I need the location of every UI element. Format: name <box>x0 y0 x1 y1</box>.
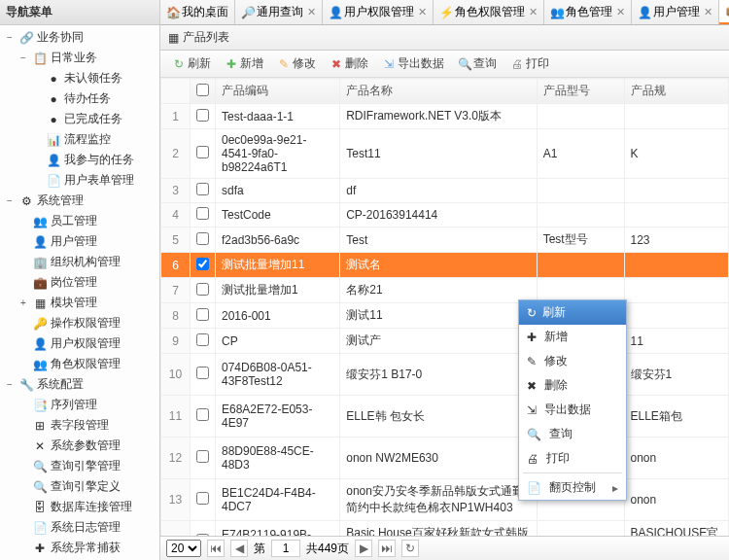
column-header[interactable]: 产品规 <box>624 79 729 104</box>
tree-item[interactable]: 🗄数据库连接管理 <box>0 497 159 517</box>
table-row[interactable]: 4TestCodeCP-20163914414 <box>161 203 729 228</box>
toolbar-button[interactable]: ✚新增 <box>219 53 269 74</box>
row-checkbox[interactable] <box>196 258 209 270</box>
tree-item[interactable]: ✕系统参数管理 <box>0 436 159 456</box>
row-checkbox[interactable] <box>196 534 209 536</box>
pager-first-button[interactable]: ⏮ <box>207 540 225 557</box>
row-checkbox[interactable] <box>196 450 209 463</box>
pager-page-input[interactable] <box>271 540 300 557</box>
tree-item[interactable]: ✚系统异常捕获 <box>0 538 159 558</box>
table-row[interactable]: 6测试批量增加11测试名 <box>161 253 729 278</box>
tab-label: 用户权限管理 <box>344 4 414 20</box>
toolbar-button[interactable]: 🔍查询 <box>452 53 503 74</box>
row-checkbox[interactable] <box>196 308 209 321</box>
table-row[interactable]: 14E74B2119-919B-4EBABasic House百家好秋新款女式韩… <box>161 521 729 537</box>
tree-item[interactable]: 📊流程监控 <box>0 129 159 150</box>
tab[interactable]: 🔎通用查询✕ <box>235 0 323 24</box>
ctxmenu-item[interactable]: ✎修改 <box>519 349 626 373</box>
row-checkbox[interactable] <box>196 367 209 379</box>
table-row[interactable]: 7测试批量增加1名称21 <box>161 278 729 303</box>
toolbar-button[interactable]: ✎修改 <box>271 53 322 74</box>
tree-item[interactable]: +▦模块管理 <box>0 293 159 313</box>
tree-item[interactable]: −📋日常业务 <box>0 48 159 68</box>
ctxmenu-item[interactable]: ✚新增 <box>519 325 626 349</box>
tree-toggle-icon[interactable]: + <box>17 298 29 309</box>
tree-item[interactable]: 🔑操作权限管理 <box>0 313 159 333</box>
row-checkbox[interactable] <box>196 109 209 122</box>
tree-item[interactable]: 💼岗位管理 <box>0 272 159 293</box>
tree-node-icon: ✕ <box>32 438 48 454</box>
table-row[interactable]: 13BE1C24D4-F4B4-4DC7onon安乃安冬季新品韩版女式通勤简约中… <box>161 479 729 521</box>
ctxmenu-item[interactable]: 📄翻页控制▸ <box>519 475 626 500</box>
ctxmenu-item[interactable]: 🔍查询 <box>519 422 626 446</box>
select-all-checkbox[interactable] <box>196 84 209 96</box>
tab[interactable]: 👤用户权限管理✕ <box>323 0 434 24</box>
pager-next-button[interactable]: ▶ <box>355 540 372 557</box>
tree-item[interactable]: ●已完成任务 <box>0 109 159 129</box>
tree-item[interactable]: −🔧系统配置 <box>0 374 159 395</box>
tab[interactable]: 🏠我的桌面 <box>160 0 235 24</box>
close-icon[interactable]: ✕ <box>307 6 316 18</box>
close-icon[interactable]: ✕ <box>418 6 427 18</box>
tree-item[interactable]: 👤用户管理 <box>0 231 159 252</box>
table-row[interactable]: 9CP测试产14-7811 <box>161 329 729 354</box>
tree-item[interactable]: 📄用户表单管理 <box>0 170 159 191</box>
tree-toggle-icon[interactable]: − <box>4 32 16 44</box>
ctxmenu-item[interactable]: 🖨打印 <box>519 446 626 471</box>
toolbar-button[interactable]: 🖨打印 <box>504 53 555 74</box>
tree-item[interactable]: ●未认领任务 <box>0 68 159 88</box>
row-checkbox[interactable] <box>196 283 209 296</box>
row-checkbox[interactable] <box>196 183 209 195</box>
row-checkbox[interactable] <box>196 408 209 421</box>
tree-item[interactable]: 👥员工管理 <box>0 211 159 231</box>
tree-item[interactable]: 📄系统日志管理 <box>0 517 159 538</box>
pager-refresh-button[interactable]: ↻ <box>401 540 419 557</box>
tree-item[interactable]: 🔍查询引擎定义 <box>0 476 159 497</box>
table-row[interactable]: 5f2ad3b56-6a9cTestTest型号123 <box>161 228 729 253</box>
column-header[interactable]: 产品编码 <box>216 79 340 104</box>
tree-item[interactable]: −🔗业务协同 <box>0 27 159 48</box>
tree-item[interactable]: 🔍查询引擎管理 <box>0 456 159 476</box>
tab[interactable]: 📦产品管✕ <box>719 0 729 24</box>
toolbar-button[interactable]: ⇲导出数据 <box>376 53 450 74</box>
close-icon[interactable]: ✕ <box>529 6 538 18</box>
table-row[interactable]: 3sdfadf <box>161 179 729 203</box>
tab[interactable]: ⚡角色权限管理✕ <box>434 0 544 24</box>
table-row[interactable]: 82016-001测试11 <box>161 303 729 329</box>
pager-last-button[interactable]: ⏭ <box>378 540 396 557</box>
tree-toggle-icon[interactable]: − <box>17 52 29 64</box>
tree-toggle-icon[interactable]: − <box>4 379 16 391</box>
tab[interactable]: 👥角色管理✕ <box>544 0 632 24</box>
column-header[interactable]: 产品名称 <box>340 79 537 104</box>
pager-prev-button[interactable]: ◀ <box>230 540 248 557</box>
row-checkbox[interactable] <box>196 333 209 346</box>
tree-item[interactable]: −⚙系统管理 <box>0 191 159 211</box>
table-row[interactable]: 11E68A2E72-E053-4E97ELLE韩 包女长PVC29140韩版钱… <box>161 396 729 438</box>
tree-item[interactable]: 👤我参与的任务 <box>0 150 159 170</box>
tree-item[interactable]: ⊞表字段管理 <box>0 415 159 436</box>
ctxmenu-item[interactable]: ↻刷新 <box>519 300 626 325</box>
toolbar-button[interactable]: ↻刷新 <box>166 53 217 74</box>
close-icon[interactable]: ✕ <box>704 6 712 18</box>
table-row[interactable]: 1Test-daaa-1-1RDIFramework.NET V3.0版本 <box>161 104 729 129</box>
ctxmenu-item[interactable]: ⇲导出数据 <box>519 398 626 422</box>
tree-item[interactable]: 👤用户权限管理 <box>0 333 159 354</box>
table-row[interactable]: 1288D90E88-45CE-48D3onon NW2ME630网显瘦存棉树无… <box>161 438 729 479</box>
tree-item[interactable]: 🏢组织机构管理 <box>0 252 159 272</box>
toolbar-button[interactable]: ✖删除 <box>324 53 374 74</box>
table-row[interactable]: 20ec0e99a-9e21-4541-9fa0-b98224a6T1Test1… <box>161 129 729 179</box>
tree-item[interactable]: ●待办任务 <box>0 88 159 109</box>
table-row[interactable]: 10074D6B08-0A51-43F8Test12缎安芬1 B17-0边3/4… <box>161 354 729 396</box>
tab[interactable]: 👤用户管理✕ <box>632 0 719 24</box>
row-checkbox[interactable] <box>196 207 209 220</box>
tree-toggle-icon[interactable]: − <box>4 195 16 207</box>
close-icon[interactable]: ✕ <box>616 6 625 18</box>
row-checkbox[interactable] <box>196 492 209 505</box>
tree-item[interactable]: 📑序列管理 <box>0 395 159 415</box>
column-header[interactable]: 产品型号 <box>537 79 624 104</box>
page-size-select[interactable]: 20 <box>166 540 201 557</box>
tree-item[interactable]: 👥角色权限管理 <box>0 354 159 374</box>
row-checkbox[interactable] <box>196 232 209 245</box>
row-checkbox[interactable] <box>196 146 209 158</box>
ctxmenu-item[interactable]: ✖删除 <box>519 373 626 398</box>
